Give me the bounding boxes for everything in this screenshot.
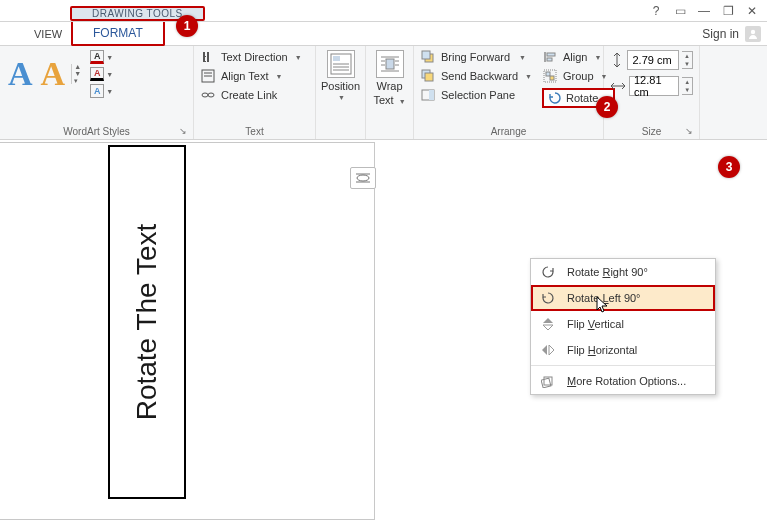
wrap-text-button[interactable]: Wrap Text ▼ — [373, 50, 405, 106]
wordart-gallery-scroll[interactable]: ▲▼▾ — [71, 64, 83, 84]
svg-point-0 — [751, 29, 755, 33]
chevron-down-icon: ▼ — [295, 54, 302, 61]
group-wordart-styles: A A ▲▼▾ A ▼ A ▼ A ▼ WordArt Styles ↘ — [0, 46, 194, 139]
group-arrange: Bring Forward ▼ Send Backward ▼ Selectio… — [414, 46, 604, 139]
svg-rect-27 — [547, 53, 555, 56]
selection-pane-icon — [420, 88, 436, 102]
position-button[interactable]: Position ▼ — [321, 50, 360, 101]
text-outline-button[interactable]: A ▼ — [90, 67, 113, 81]
svg-rect-2 — [207, 52, 209, 62]
bring-forward-button[interactable]: Bring Forward ▼ — [420, 50, 532, 64]
group-position: Position ▼ — [316, 46, 366, 139]
text-effects-button[interactable]: A ▼ — [90, 84, 113, 98]
callout-badge-1: 1 — [176, 15, 198, 37]
svg-point-7 — [208, 93, 214, 97]
svg-rect-23 — [425, 73, 433, 81]
text-box-shape[interactable]: Rotate The Text — [108, 145, 186, 499]
menu-item-more-rotation-options[interactable]: More Rotation Options... — [531, 368, 715, 394]
title-bar: DRAWING TOOLS ? ▭ — ❐ ✕ — [0, 0, 767, 22]
svg-point-6 — [202, 93, 208, 97]
bring-forward-icon — [420, 50, 436, 64]
user-avatar-icon[interactable] — [745, 26, 761, 42]
group-text: Text Direction ▼ Align Text ▼ Create Lin… — [194, 46, 316, 139]
shape-width-input[interactable]: 12.81 cm — [629, 76, 679, 96]
tab-format[interactable]: FORMAT — [71, 22, 165, 46]
close-icon[interactable]: ✕ — [745, 4, 759, 18]
menu-item-flip-horizontal[interactable]: Flip Horizontal — [531, 337, 715, 363]
width-spinner[interactable]: ▲▼ — [682, 77, 693, 95]
svg-rect-30 — [546, 72, 550, 76]
text-box-content: Rotate The Text — [131, 224, 163, 421]
rotate-icon — [547, 91, 563, 105]
flip-horizontal-icon — [539, 342, 557, 358]
width-icon — [610, 79, 626, 93]
tab-view[interactable]: VIEW — [20, 22, 76, 45]
dialog-launcher-icon[interactable]: ↘ — [685, 126, 693, 136]
menu-separator — [531, 365, 715, 366]
send-backward-button[interactable]: Send Backward ▼ — [420, 69, 532, 83]
minimize-icon[interactable]: — — [697, 4, 711, 18]
menu-item-flip-vertical[interactable]: Flip Vertical — [531, 311, 715, 337]
menu-item-rotate-right-90[interactable]: Rotate Right 90° — [531, 259, 715, 285]
rotate-right-icon — [539, 264, 557, 280]
text-direction-icon — [200, 50, 216, 64]
height-spinner[interactable]: ▲▼ — [682, 51, 693, 69]
layout-options-button[interactable] — [350, 167, 376, 189]
svg-rect-31 — [550, 76, 554, 80]
text-fill-icon: A — [90, 50, 104, 64]
help-icon[interactable]: ? — [649, 4, 663, 18]
svg-rect-13 — [386, 59, 394, 69]
rotate-dropdown-menu: Rotate Right 90° Rotate Left 90° Flip Ve… — [530, 258, 716, 395]
restore-icon[interactable]: ❐ — [721, 4, 735, 18]
send-backward-icon — [420, 69, 436, 83]
text-direction-button[interactable]: Text Direction ▼ — [200, 50, 309, 64]
align-objects-icon — [542, 50, 558, 64]
svg-rect-21 — [422, 51, 430, 59]
wordart-style-sample-2[interactable]: A — [39, 55, 68, 93]
chevron-down-icon: ▼ — [517, 54, 526, 61]
group-label-wordart: WordArt Styles ↘ — [6, 124, 187, 137]
group-label-size: Size ↘ — [610, 124, 693, 137]
chevron-down-icon: ▼ — [399, 98, 406, 105]
ribbon-tab-row: VIEW FORMAT Sign in — [0, 22, 767, 46]
text-fill-button[interactable]: A ▼ — [90, 50, 113, 64]
selection-pane-button[interactable]: Selection Pane — [420, 88, 532, 102]
group-objects-icon — [542, 69, 558, 83]
menu-item-rotate-left-90[interactable]: Rotate Left 90° — [531, 285, 715, 311]
svg-rect-25 — [429, 90, 434, 100]
group-label-text: Text — [200, 124, 309, 137]
flip-vertical-icon — [539, 316, 557, 332]
group-size: 2.79 cm ▲▼ 12.81 cm ▲▼ Size ↘ — [604, 46, 700, 139]
svg-rect-37 — [541, 378, 551, 388]
rotate-left-icon — [539, 290, 557, 306]
align-text-button[interactable]: Align Text ▼ — [200, 69, 309, 83]
document-page[interactable]: Rotate The Text — [0, 142, 375, 520]
ribbon: A A ▲▼▾ A ▼ A ▼ A ▼ WordArt Styles ↘ — [0, 46, 767, 140]
chevron-down-icon: ▼ — [525, 73, 532, 80]
wordart-style-sample-1[interactable]: A — [6, 55, 35, 93]
create-link-button[interactable]: Create Link — [200, 88, 309, 102]
group-label-arrange: Arrange — [420, 124, 597, 137]
document-area: Rotate The Text Rotate Right 90° Rotate … — [0, 140, 767, 522]
chevron-down-icon: ▼ — [276, 73, 283, 80]
svg-rect-9 — [333, 56, 340, 61]
chevron-down-icon: ▼ — [106, 88, 113, 95]
svg-rect-28 — [547, 58, 552, 61]
more-rotation-icon — [539, 373, 557, 389]
callout-badge-2: 2 — [596, 96, 618, 118]
height-icon — [610, 53, 624, 67]
chevron-down-icon: ▼ — [106, 54, 113, 61]
dialog-launcher-icon[interactable]: ↘ — [179, 126, 187, 136]
chevron-down-icon: ▼ — [338, 94, 345, 101]
ribbon-display-options-icon[interactable]: ▭ — [673, 4, 687, 18]
chevron-down-icon: ▼ — [594, 54, 601, 61]
align-text-icon — [200, 69, 216, 83]
sign-in-link[interactable]: Sign in — [702, 27, 739, 41]
shape-height-input[interactable]: 2.79 cm — [627, 50, 679, 70]
wrap-text-icon — [376, 50, 404, 78]
chevron-down-icon: ▼ — [106, 71, 113, 78]
group-wrap-text: Wrap Text ▼ — [366, 46, 414, 139]
position-icon — [327, 50, 355, 78]
text-effects-icon: A — [90, 84, 104, 98]
link-icon — [200, 88, 216, 102]
